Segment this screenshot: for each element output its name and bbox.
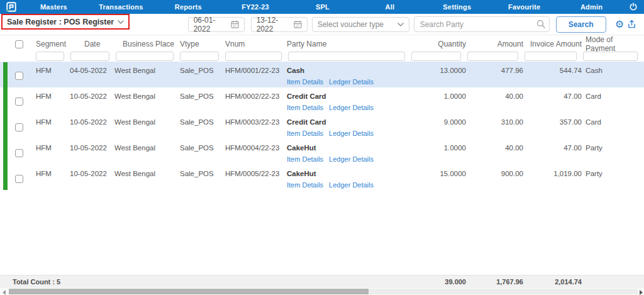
filter-party-name-input[interactable] (288, 52, 405, 61)
ledger-details-link[interactable]: Ledger Details (329, 155, 374, 163)
column-header-segment[interactable]: Segment (28, 40, 69, 48)
item-details-link[interactable]: Item Details (287, 130, 323, 137)
horizontal-scrollbar (0, 288, 644, 295)
chevron-down-icon (397, 23, 404, 26)
table-row[interactable]: HFM 10-05-2022 West Bengal Sale_POS HFM/… (0, 139, 644, 165)
cell-invoice-amount: 47.00 (523, 139, 582, 165)
date-to-field[interactable]: 13-12-2022 (251, 17, 308, 32)
table-row[interactable]: HFM 10-05-2022 West Bengal Sale_POS HFM/… (0, 165, 644, 191)
settings-gear-icon[interactable]: ⚙ (615, 19, 624, 30)
filter-date-input[interactable] (70, 52, 109, 61)
cell-party-name: CakeHut (287, 144, 410, 152)
filter-segment-input[interactable] (36, 52, 64, 61)
filter-vnum-input[interactable] (225, 52, 282, 61)
cell-vtype: Sale_POS (179, 62, 224, 87)
filter-amount-input[interactable] (467, 52, 518, 61)
power-logout-icon[interactable] (625, 3, 638, 11)
party-search-input[interactable] (414, 16, 550, 32)
report-toolbar: Sale Register : POS Register 06-01-2022 … (0, 14, 644, 35)
column-header-party-name[interactable]: Party Name (287, 40, 410, 48)
nav-item-masters[interactable]: Masters (20, 3, 87, 11)
cell-invoice-amount: 47.00 (523, 87, 582, 113)
nav-item-admin[interactable]: Admin (558, 3, 625, 11)
cell-party-name: Credit Card (287, 118, 410, 126)
scroll-right-arrow-icon[interactable] (640, 290, 643, 295)
status-green-bar (3, 62, 8, 190)
cell-quantity: 13.0000 (410, 62, 466, 87)
cell-vnum: HFM/0001/22-23 (224, 62, 287, 87)
item-details-link[interactable]: Item Details (287, 104, 323, 111)
row-checkbox[interactable] (15, 149, 23, 157)
app-logo-icon[interactable] (6, 2, 16, 12)
nav-item-favourite[interactable]: Favourite (491, 3, 558, 11)
cell-quantity: 1.0000 (410, 87, 466, 113)
table-row[interactable]: HFM 04-05-2022 West Bengal Sale_POS HFM/… (0, 62, 644, 87)
cell-party-name: CakeHut (287, 170, 410, 177)
filter-invoice-amount-input[interactable] (525, 52, 577, 61)
cell-invoice-amount: 544.74 (523, 62, 582, 87)
scroll-left-arrow-icon[interactable] (3, 290, 6, 295)
export-icon[interactable] (627, 19, 636, 29)
ledger-details-link[interactable]: Ledger Details (329, 181, 374, 189)
cell-date: 10-05-2022 (69, 87, 114, 113)
ledger-details-link[interactable]: Ledger Details (329, 130, 374, 137)
chevron-down-icon (118, 20, 124, 24)
nav-item-all[interactable]: All (356, 3, 423, 11)
select-all-checkbox[interactable] (15, 40, 23, 48)
cell-mode-of-payment: Card (582, 113, 643, 139)
cell-segment: HFM (28, 113, 69, 139)
table-row[interactable]: HFM 10-05-2022 West Bengal Sale_POS HFM/… (0, 113, 644, 139)
top-navbar: Masters Transactions Reports FY22-23 SPL… (0, 0, 644, 14)
nav-item-settings[interactable]: Settings (423, 3, 491, 11)
cell-date: 10-05-2022 (69, 165, 114, 191)
scrollbar-track[interactable] (9, 289, 638, 294)
column-header-vtype[interactable]: Vtype (179, 40, 224, 48)
cell-business-place: West Bengal (114, 113, 179, 139)
cell-amount: 310.00 (466, 113, 523, 139)
column-header-business-place[interactable]: Business Place (114, 40, 179, 48)
column-header-amount[interactable]: Amount (466, 40, 523, 48)
ledger-details-link[interactable]: Ledger Details (329, 104, 374, 111)
column-header-invoice-amount[interactable]: Invoice Amount (523, 40, 582, 48)
ledger-details-link[interactable]: Ledger Details (329, 78, 374, 86)
total-invoice-amount: 2,014.74 (523, 278, 582, 286)
column-header-quantity[interactable]: Quantity (410, 40, 466, 48)
cell-amount: 477.96 (466, 62, 523, 87)
date-from-value: 06-01-2022 (194, 16, 231, 33)
search-icon (536, 19, 545, 28)
item-details-link[interactable]: Item Details (287, 155, 323, 163)
cell-business-place: West Bengal (114, 62, 179, 87)
nav-item-transactions[interactable]: Transactions (87, 3, 155, 11)
nav-item-spl[interactable]: SPL (289, 3, 357, 11)
cell-vnum: HFM/0003/22-23 (224, 113, 287, 139)
row-checkbox[interactable] (15, 97, 23, 106)
item-details-link[interactable]: Item Details (287, 78, 323, 86)
table-row[interactable]: HFM 10-05-2022 West Bengal Sale_POS HFM/… (0, 87, 644, 113)
cell-vtype: Sale_POS (179, 87, 224, 113)
date-from-field[interactable]: 06-01-2022 (188, 17, 245, 32)
register-selector[interactable]: Sale Register : POS Register (1, 14, 130, 30)
column-header-date[interactable]: Date (69, 40, 114, 48)
scrollbar-thumb[interactable] (9, 289, 369, 294)
cell-date: 10-05-2022 (69, 139, 114, 165)
filter-business-place-input[interactable] (116, 52, 174, 61)
column-header-vnum[interactable]: Vnum (224, 40, 287, 48)
cell-vnum: HFM/0002/22-23 (224, 87, 287, 113)
total-quantity: 39.000 (410, 278, 466, 286)
nav-item-reports[interactable]: Reports (155, 3, 222, 11)
item-details-link[interactable]: Item Details (287, 181, 323, 189)
cell-mode-of-payment: Party (582, 165, 643, 191)
search-button[interactable]: Search (556, 16, 606, 33)
toolbar-controls: 06-01-2022 13-12-2022 (188, 16, 636, 33)
nav-item-fy22-23[interactable]: FY22-23 (222, 3, 289, 11)
filter-quantity-input[interactable] (411, 52, 461, 61)
cell-party-name: Credit Card (287, 92, 410, 100)
cell-vtype: Sale_POS (179, 113, 224, 139)
row-checkbox[interactable] (15, 175, 23, 183)
row-checkbox[interactable] (15, 72, 23, 80)
voucher-type-select[interactable]: Select voucher type (312, 17, 409, 32)
row-checkbox[interactable] (15, 123, 23, 131)
cell-vnum: HFM/0005/22-23 (224, 165, 287, 191)
filter-mode-of-payment-input[interactable] (583, 52, 638, 61)
filter-vtype-input[interactable] (180, 52, 219, 61)
